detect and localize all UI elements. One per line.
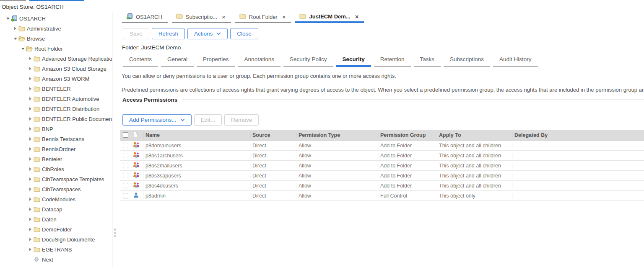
expand-arrow-icon[interactable]: [27, 157, 34, 161]
expand-arrow-icon[interactable]: [27, 77, 34, 80]
tab-general[interactable]: General: [161, 55, 194, 67]
tree-item[interactable]: CodeModules: [1, 194, 112, 204]
close-tab-icon[interactable]: ×: [222, 14, 226, 20]
add-permissions-button[interactable]: Add Permissions...: [122, 114, 192, 126]
tab-properties[interactable]: Properties: [197, 55, 235, 67]
tree-item[interactable]: ClbRoles: [1, 164, 112, 174]
tab-tasks[interactable]: Tasks: [414, 55, 441, 67]
close-tab-icon[interactable]: ×: [282, 14, 286, 20]
tree-item[interactable]: DemoFolder: [1, 224, 112, 234]
tree-item[interactable]: BENTELER Public Documents: [1, 114, 112, 124]
document-tab[interactable]: Root Folder×: [235, 13, 291, 23]
collapse-arrow-icon[interactable]: [5, 18, 11, 20]
tab-contents[interactable]: Contents: [123, 55, 158, 67]
tab-audit-history[interactable]: Audit History: [493, 55, 538, 67]
panel-splitter[interactable]: [112, 12, 119, 267]
actions-button[interactable]: Actions: [187, 28, 228, 39]
tree-item[interactable]: Root Folder: [1, 44, 112, 54]
document-tab[interactable]: Subscriptio...×: [172, 13, 231, 23]
expand-arrow-icon[interactable]: [27, 177, 34, 181]
table-row[interactable]: p8os2mailusersDirectAllowAdd to FolderTh…: [120, 161, 644, 171]
expand-arrow-icon[interactable]: [27, 67, 34, 70]
expand-arrow-icon[interactable]: [27, 238, 34, 241]
tree-item[interactable]: OS1ARCH: [1, 13, 112, 23]
toolbar: Save Refresh Actions Close: [123, 28, 644, 39]
tree-item[interactable]: Benteler: [1, 154, 112, 164]
expand-arrow-icon[interactable]: [27, 248, 34, 251]
expand-arrow-icon[interactable]: [27, 218, 34, 221]
row-checkbox[interactable]: [123, 183, 128, 188]
remove-button[interactable]: Remove: [224, 114, 259, 126]
expand-arrow-icon[interactable]: [27, 167, 34, 171]
tree-item[interactable]: Next: [1, 254, 112, 264]
row-checkbox[interactable]: [123, 163, 128, 168]
expand-arrow-icon[interactable]: [27, 87, 34, 90]
splitter-grip-icon[interactable]: [114, 228, 116, 237]
tree-item[interactable]: DocuSign Dokumente: [1, 234, 112, 244]
row-checkbox[interactable]: [123, 173, 128, 178]
document-tab[interactable]: JustECM Dem...×: [295, 13, 364, 23]
close-button[interactable]: Close: [230, 28, 258, 39]
expand-arrow-icon[interactable]: [27, 107, 34, 110]
tree-item[interactable]: Administrative: [1, 23, 112, 33]
row-checkbox[interactable]: [123, 143, 128, 148]
expand-arrow-icon[interactable]: [27, 127, 34, 131]
refresh-button[interactable]: Refresh: [152, 28, 185, 39]
edit-button[interactable]: Edit...: [194, 114, 222, 126]
tree-item[interactable]: Daten: [1, 214, 112, 224]
cell-source: Direct: [251, 153, 297, 159]
tree-item[interactable]: Browse: [1, 33, 112, 44]
expand-arrow-icon[interactable]: [27, 208, 34, 211]
select-all-checkbox[interactable]: [123, 132, 128, 138]
tree-item[interactable]: Amazon S3 Cloud Storage: [1, 64, 112, 74]
collapse-arrow-icon[interactable]: [12, 38, 18, 40]
expand-arrow-icon[interactable]: [27, 198, 34, 201]
tree-item[interactable]: Datacap: [1, 204, 112, 214]
object-store-label: Object Store: OS1ARCH: [0, 1, 644, 12]
group-icon: [133, 162, 140, 169]
tree-item[interactable]: BNP: [1, 124, 112, 134]
row-checkbox[interactable]: [123, 193, 128, 198]
tab-security[interactable]: Security: [336, 55, 371, 67]
tab-annotations[interactable]: Annotations: [238, 55, 280, 67]
table-row[interactable]: p8os1archusersDirectAllowAdd to FolderTh…: [120, 151, 644, 161]
top-tab-underline-inactive: [0, 0, 26, 1]
tree-item[interactable]: Advanced Storage Replication: [1, 54, 112, 64]
tree-item[interactable]: ClbTeamspace Templates: [1, 174, 112, 184]
table-row[interactable]: p8domainusersDirectAllowAdd to FolderThi…: [120, 141, 644, 151]
document-tab-label: Root Folder: [249, 14, 278, 20]
table-row[interactable]: p8adminDirectAllowFull ControlThis objec…: [120, 191, 644, 201]
tree-item[interactable]: BENTELER: [1, 84, 112, 94]
expand-arrow-icon[interactable]: [27, 187, 34, 191]
tab-security-policy[interactable]: Security Policy: [283, 55, 333, 67]
expand-arrow-icon[interactable]: [12, 27, 18, 30]
tree-item[interactable]: Unfiled Documents: [1, 264, 112, 267]
expand-arrow-icon[interactable]: [27, 97, 34, 100]
security-intro-line1: You can allow or deny permissions to a u…: [122, 73, 644, 79]
collapse-arrow-icon[interactable]: [20, 48, 26, 50]
table-row[interactable]: p8os3sapusersDirectAllowAdd to FolderThi…: [120, 171, 644, 181]
tree-item-label: Bennis Testscans: [42, 136, 84, 142]
tree-item[interactable]: EGETRANS: [1, 244, 112, 254]
tab-retention[interactable]: Retention: [374, 55, 411, 67]
tab-subscriptions[interactable]: Subscriptions: [444, 55, 490, 67]
tree-item[interactable]: ClbTeamspaces: [1, 184, 112, 194]
expand-arrow-icon[interactable]: [27, 57, 34, 60]
tree-item[interactable]: BENTELER Automotive: [1, 94, 112, 104]
expand-arrow-icon[interactable]: [27, 147, 34, 151]
close-tab-icon[interactable]: ×: [355, 13, 359, 20]
table-row[interactable]: p8os4dcusersDirectAllowAdd to FolderThis…: [120, 181, 644, 191]
expand-arrow-icon[interactable]: [27, 137, 34, 141]
tree-item[interactable]: BENTELER Distribution: [1, 104, 112, 114]
save-button[interactable]: Save: [123, 28, 149, 39]
tree-item[interactable]: Amazon S3 WORM: [1, 74, 112, 84]
tree-item[interactable]: BennisOrdner: [1, 144, 112, 154]
row-checkbox[interactable]: [123, 153, 128, 158]
expand-arrow-icon[interactable]: [27, 228, 34, 231]
tree-item-label: EGETRANS: [42, 246, 72, 253]
tree-item[interactable]: Bennis Testscans: [1, 134, 112, 144]
cell-group: Add to Folder: [379, 163, 437, 169]
tree-item-label: Advanced Storage Replication: [42, 56, 112, 62]
expand-arrow-icon[interactable]: [27, 117, 34, 121]
document-tab[interactable]: OS1ARCH: [122, 13, 168, 23]
